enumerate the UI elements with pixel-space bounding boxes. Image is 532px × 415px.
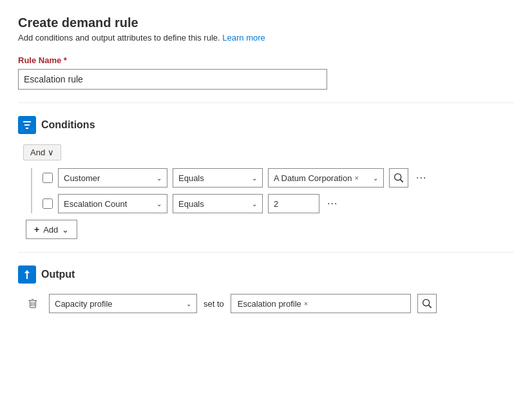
output-value-tag: Escalation profile ×	[238, 299, 308, 309]
set-to-label: set to	[204, 299, 224, 309]
condition-2-operator-dropdown[interactable]: Equals ⌄	[173, 194, 263, 213]
condition-row-2: Escalation Count ⌄ Equals ⌄ ···	[43, 194, 514, 213]
output-section: Output Capacity profile ⌄ set to Escal	[18, 265, 514, 313]
condition-2-operator-caret: ⌄	[252, 200, 257, 208]
logic-operator-label: And	[30, 148, 45, 157]
condition-1-field-caret: ⌄	[157, 175, 162, 182]
conditions-area: And ∨ Customer ⌄ Equals ⌄	[18, 144, 514, 239]
page-subtitle: Add conditions and output attributes to …	[18, 33, 514, 43]
learn-more-link[interactable]: Learn more	[222, 33, 265, 43]
condition-1-value-caret: ⌄	[373, 175, 378, 182]
conditions-header: Conditions	[18, 116, 514, 134]
logic-operator-dropdown[interactable]: And ∨	[23, 144, 61, 160]
condition-1-value-close[interactable]: ×	[354, 174, 358, 182]
divider-2	[18, 252, 514, 253]
output-delete-button[interactable]	[23, 294, 43, 313]
condition-1-operator-caret: ⌄	[252, 175, 257, 182]
output-field-caret: ⌄	[186, 300, 191, 307]
condition-2-field-dropdown[interactable]: Escalation Count ⌄	[58, 194, 167, 213]
add-plus-icon: +	[34, 224, 39, 235]
subtitle-text: Add conditions and output attributes to …	[18, 33, 220, 43]
logic-operator-chevron: ∨	[48, 148, 54, 157]
output-value-field[interactable]: Escalation profile ×	[231, 294, 411, 313]
divider-1	[18, 102, 514, 103]
condition-1-field-label: Customer	[64, 173, 100, 183]
condition-1-value-field[interactable]: A Datum Corporation × ⌄	[268, 168, 384, 188]
page-container: Create demand rule Add conditions and ou…	[0, 0, 532, 415]
condition-row-1: Customer ⌄ Equals ⌄ A Datum Corporation …	[43, 168, 514, 188]
condition-1-search-button[interactable]	[389, 168, 408, 188]
output-field-dropdown[interactable]: Capacity profile ⌄	[49, 294, 197, 313]
page-header: Create demand rule Add conditions and ou…	[18, 15, 514, 43]
add-caret: ⌄	[62, 225, 69, 235]
rule-name-section: Rule Name *	[18, 55, 514, 90]
page-title: Create demand rule	[18, 15, 514, 30]
add-condition-button[interactable]: + Add ⌄	[26, 220, 77, 239]
condition-2-value-input[interactable]	[268, 194, 319, 213]
conditions-section: Conditions And ∨ Customer ⌄ Equals	[18, 116, 514, 239]
conditions-title: Conditions	[41, 119, 95, 131]
condition-2-field-caret: ⌄	[157, 200, 162, 208]
conditions-icon	[18, 116, 36, 134]
rule-name-input[interactable]	[18, 69, 327, 90]
condition-rows: Customer ⌄ Equals ⌄ A Datum Corporation …	[31, 168, 514, 213]
output-icon	[18, 265, 36, 284]
condition-1-checkbox[interactable]	[43, 173, 53, 183]
rule-name-label: Rule Name *	[18, 55, 514, 65]
condition-1-field-dropdown[interactable]: Customer ⌄	[58, 168, 167, 188]
condition-2-operator-label: Equals	[178, 199, 204, 209]
output-area: Capacity profile ⌄ set to Escalation pro…	[18, 294, 514, 313]
output-row: Capacity profile ⌄ set to Escalation pro…	[23, 294, 514, 313]
condition-1-more-button[interactable]: ···	[413, 171, 429, 185]
condition-2-field-label: Escalation Count	[64, 199, 127, 209]
output-search-button[interactable]	[417, 294, 437, 313]
condition-2-more-button[interactable]: ···	[325, 197, 340, 211]
condition-2-checkbox[interactable]	[43, 198, 53, 209]
condition-1-operator-dropdown[interactable]: Equals ⌄	[173, 168, 263, 188]
output-field-label: Capacity profile	[55, 299, 113, 309]
condition-1-operator-label: Equals	[178, 173, 204, 183]
output-title: Output	[41, 269, 75, 280]
add-label: Add	[43, 225, 58, 235]
required-marker: *	[64, 55, 67, 65]
output-header: Output	[18, 265, 514, 284]
output-value-close[interactable]: ×	[304, 300, 308, 307]
condition-1-value-tag: A Datum Corporation ×	[274, 173, 359, 183]
